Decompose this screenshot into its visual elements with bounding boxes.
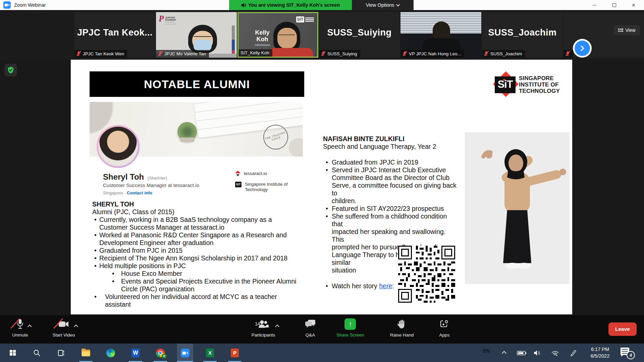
bullet-list: Currently, working in a B2B SaaS technol…	[92, 216, 307, 270]
start-button[interactable]	[5, 344, 21, 362]
chrome-button[interactable]: K	[152, 344, 168, 362]
taskbar-clock[interactable]: 6:17 PM 6/5/2022	[585, 346, 615, 359]
notification-count: 4	[630, 353, 632, 358]
zoom-icon	[181, 349, 190, 357]
sit-mini-logo-icon: SiT	[235, 182, 241, 187]
viewing-screen-banner: You are viewing SIT_Kelly Koh's screen	[229, 0, 352, 10]
bullet-item: Featured in SIT AY2022/23 prospectus	[323, 205, 458, 213]
chevron-up-icon[interactable]	[275, 324, 279, 329]
video-tile-suss-joachim[interactable]: SUSS_Joachim SUSS_Joachim	[482, 12, 563, 58]
security-shield-icon[interactable]	[4, 64, 17, 76]
next-participants-button[interactable]	[573, 39, 592, 58]
share-screen-icon: ↑	[344, 318, 356, 330]
window-title: Zoom Webinar	[14, 2, 46, 8]
search-icon	[33, 349, 41, 357]
speaker-shirt	[269, 48, 313, 57]
zoom-control-toolbar: Unmute Start Video 147 Participants	[0, 315, 644, 344]
chevron-right-icon	[579, 46, 584, 51]
view-label: View	[625, 27, 635, 33]
sub-bullet-list: House Exco Member Events and Special Pro…	[110, 270, 307, 293]
tile-name-text: JPJC Ms Valerie Tan	[164, 51, 206, 56]
start-video-button[interactable]: Start Video	[50, 318, 77, 338]
participant-mask	[194, 40, 212, 51]
start-video-label: Start Video	[53, 333, 75, 338]
wifi-icon	[551, 350, 559, 356]
search-button[interactable]	[29, 344, 45, 362]
windows-taskbar: W K X P EN 6:17 PM 6/5/2022	[0, 344, 644, 362]
view-layout-button[interactable]: View	[614, 25, 640, 35]
pen-indicator[interactable]	[570, 344, 577, 362]
battery-indicator[interactable]	[517, 344, 527, 362]
virtual-bg-name: Kelly Koh	[251, 29, 274, 43]
gallery-grid-icon	[618, 28, 623, 32]
language-indicator[interactable]: EN	[483, 348, 489, 354]
excel-button[interactable]: X	[202, 344, 218, 362]
sit-logo-small: SiT	[296, 16, 314, 22]
org-row-sit: SiT Singapore Institute of Technology	[235, 181, 288, 192]
org-name-text: Singapore Institute of Technology	[245, 181, 288, 192]
tessaract-logo-icon	[235, 171, 240, 177]
section-subheading: Alumni (PJC, Class of 2015)	[92, 208, 307, 216]
section-heading: NAFISAH BINTE ZULKIFLI	[323, 135, 458, 143]
video-tile-jpjc-valerie-tan[interactable]: P JURONG PIONEER JUNIOR COLLEGE JPJC Ms …	[156, 12, 237, 58]
participants-button[interactable]: 147 Participants	[241, 318, 285, 338]
qa-label: Q&A	[306, 333, 315, 338]
chevron-down-icon	[396, 3, 400, 6]
minimize-button[interactable]	[585, 0, 604, 10]
word-icon: W	[131, 349, 140, 357]
sheryl-toh-section: SHERYL TOH Alumni (PJC, Class of 2015) C…	[92, 200, 307, 308]
apps-button[interactable]: Apps	[436, 318, 453, 338]
video-tile-sit-kelly-koh-active-speaker[interactable]: SiT Kelly Koh Admissions SIT_Kelly Koh	[237, 12, 318, 58]
plant-pot	[180, 137, 194, 142]
decorative-color-bars	[232, 25, 235, 58]
muted-mic-icon	[321, 51, 326, 56]
tile-name-text: JPJC Tan Keok Wen	[83, 51, 124, 56]
bullet-item: Graduated from JPJC in 2019	[323, 159, 458, 166]
muted-mic-icon	[566, 51, 570, 56]
share-screen-button[interactable]: ↑ Share Screen	[336, 318, 364, 338]
tile-name-tag: JPJC Ms Valerie Tan	[156, 50, 209, 58]
bullet-item: Served in JPJC Interact Club Executive C…	[323, 166, 458, 205]
video-tile-suss-suiying[interactable]: SUSS_Suiying SUSS_Suiying	[319, 12, 400, 58]
sit-logo: SiT SINGAPORE INSTITUTE OF TECHNOLOGY	[492, 72, 559, 100]
powerpoint-button[interactable]: P	[227, 344, 243, 362]
battery-icon	[517, 350, 527, 356]
word-button[interactable]: W	[127, 344, 144, 362]
profile-location: Singapore ·Contact info	[103, 190, 152, 195]
bullet-item: Volunteered on her individual accord at …	[92, 293, 307, 308]
chevron-up-icon[interactable]	[74, 324, 78, 329]
close-icon: ✕	[632, 3, 636, 8]
sit-logo-wordmark	[305, 16, 314, 22]
zoom-taskbar-button[interactable]	[177, 344, 193, 362]
volume-indicator[interactable]	[533, 344, 541, 362]
leave-button[interactable]: Leave	[608, 322, 637, 336]
unmute-label: Unmute	[12, 333, 28, 338]
qa-button[interactable]: Q&A	[299, 318, 321, 338]
section-subheading: Speech and Language Therapy, Year 2	[323, 143, 458, 150]
video-tile-vp-jpjc-nah[interactable]: VP JPJC Nah Hong Leo...	[400, 12, 481, 58]
raise-hand-button[interactable]: Raise Hand	[386, 318, 417, 338]
location-text: Singapore ·	[103, 190, 125, 195]
video-tile-jpjc-tan-keok-wen[interactable]: JPJC Tan Keok... JPJC Tan Keok Wen	[74, 12, 155, 58]
chevron-up-icon[interactable]	[28, 324, 32, 329]
edge-button[interactable]	[103, 344, 119, 362]
watch-suffix: :	[392, 282, 394, 290]
unmute-button[interactable]: Unmute	[10, 318, 30, 338]
wifi-indicator[interactable]	[551, 344, 559, 362]
jpjc-logo: P JURONG PIONEER JUNIOR COLLEGE	[159, 14, 181, 25]
computer-mouse-photo	[289, 138, 303, 157]
view-options-button[interactable]: View Options	[352, 0, 414, 10]
powerpoint-icon: P	[231, 349, 239, 357]
file-explorer-button[interactable]	[78, 344, 94, 362]
leave-label: Leave	[615, 326, 630, 332]
close-button[interactable]: ✕	[624, 0, 643, 10]
maximize-button[interactable]	[604, 0, 624, 10]
here-link: here	[379, 282, 392, 290]
profile-avatar	[97, 125, 140, 168]
contact-info-link: Contact info	[127, 190, 152, 195]
speaker-icon	[533, 350, 541, 356]
speaker-icon	[241, 3, 246, 8]
tray-chevron-up-icon[interactable]	[502, 351, 506, 356]
task-view-button[interactable]	[53, 344, 69, 362]
sit-logo-abbr: SiT	[296, 16, 304, 22]
